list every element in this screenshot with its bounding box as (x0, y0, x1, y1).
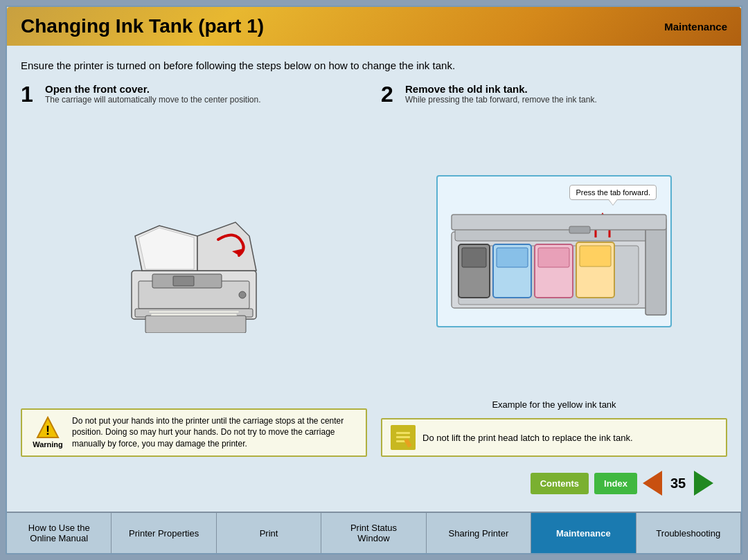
nav-item-sharing-printer[interactable]: Sharing Printer (427, 513, 531, 553)
step-2-header: 2 Remove the old ink tank. While pressin… (381, 83, 727, 105)
step-1-number: 1 (21, 83, 38, 105)
svg-rect-6 (173, 276, 194, 286)
next-button[interactable] (694, 471, 713, 496)
step-1-column: 1 Open the front cover. The carriage wil… (21, 83, 367, 457)
warning-label: Warning (33, 440, 63, 449)
warning-icon-area: ! Warning (30, 415, 65, 449)
svg-rect-24 (645, 218, 666, 315)
inktank-illustration: Press the tab forward. (436, 175, 672, 327)
svg-text:!: ! (46, 424, 50, 437)
step-1-header: 1 Open the front cover. The carriage wil… (21, 83, 367, 105)
step-2-column: 2 Remove the old ink tank. While pressin… (381, 83, 727, 457)
step-1-title: Open the front cover. (45, 83, 260, 95)
page-title: Changing Ink Tank (part 1) (21, 15, 264, 37)
note-icon (391, 425, 416, 450)
svg-rect-3 (145, 316, 246, 333)
warning-text: Do not put your hands into the printer u… (72, 415, 357, 450)
svg-rect-28 (396, 432, 410, 434)
step-2-subtitle: While pressing the tab forward, remove t… (405, 95, 597, 105)
nav-item-printer-properties[interactable]: Printer Properties (112, 513, 216, 553)
step-1-subtitle: The carriage will automatically move to … (45, 95, 260, 105)
intro-text: Ensure the printer is turned on before f… (21, 56, 727, 75)
callout-bubble: Press the tab forward. (569, 185, 657, 200)
contents-button[interactable]: Contents (531, 473, 589, 494)
step-2-image: Press the tab forward. (381, 111, 727, 391)
step-2-title: Remove the old ink tank. (405, 83, 597, 95)
printer-illustration (90, 181, 298, 333)
bottom-nav: How to Use theOnline Manual Printer Prop… (7, 512, 741, 553)
nav-item-online-manual[interactable]: How to Use theOnline Manual (7, 513, 112, 553)
nav-item-print[interactable]: Print (217, 513, 321, 553)
index-button[interactable]: Index (594, 473, 637, 494)
svg-rect-8 (149, 311, 239, 313)
page-number: 35 (668, 476, 688, 491)
svg-rect-22 (462, 248, 486, 267)
nav-item-print-status[interactable]: Print StatusWindow (321, 513, 426, 553)
svg-rect-9 (151, 314, 237, 316)
note-text: Do not lift the print head latch to repl… (422, 433, 633, 443)
inner-content: Changing Ink Tank (part 1) Maintenance E… (6, 6, 742, 554)
step-1-image (21, 111, 367, 403)
main-area: Ensure the printer is turned on before f… (7, 46, 741, 512)
svg-rect-18 (538, 248, 569, 267)
nav-item-maintenance[interactable]: Maintenance (531, 513, 636, 553)
nav-item-troubleshooting[interactable]: Troubleshooting (636, 513, 741, 553)
svg-rect-26 (569, 226, 590, 233)
svg-rect-25 (452, 215, 666, 230)
note-box: Do not lift the print head latch to repl… (381, 418, 727, 457)
step-2-number: 2 (381, 83, 398, 105)
prev-button[interactable] (643, 471, 662, 496)
svg-point-7 (239, 291, 246, 298)
caption-text: Example for the yellow ink tank (381, 397, 727, 413)
svg-rect-20 (497, 248, 528, 267)
svg-rect-29 (396, 436, 410, 438)
section-label: Maintenance (664, 21, 727, 33)
steps-container: 1 Open the front cover. The carriage wil… (21, 83, 727, 457)
controls-wrapper: Contents Index 35 (21, 465, 727, 501)
header: Changing Ink Tank (part 1) Maintenance (7, 7, 741, 46)
warning-icon: ! (35, 415, 60, 440)
svg-rect-16 (580, 246, 611, 267)
outer-frame: Changing Ink Tank (part 1) Maintenance E… (0, 0, 748, 560)
warning-box: ! Warning Do not put your hands into the… (21, 408, 367, 457)
